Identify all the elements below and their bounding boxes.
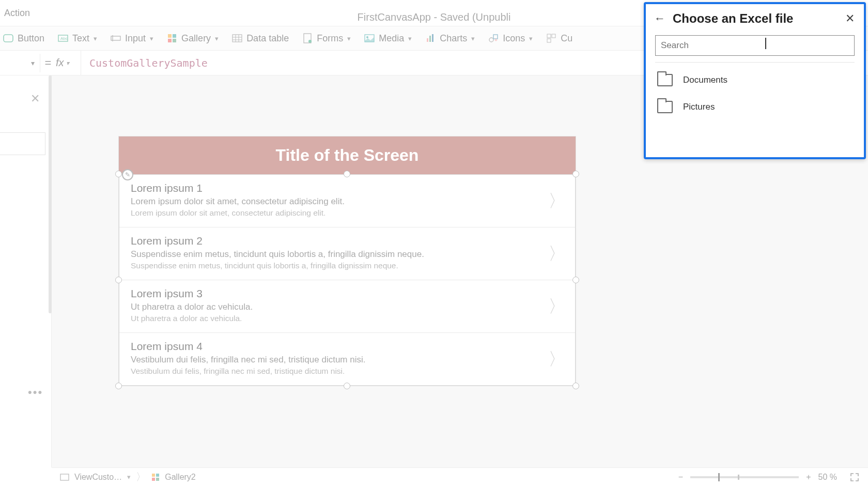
ribbon-media-label: Media xyxy=(379,33,404,44)
zoom-in-button[interactable]: + xyxy=(806,473,811,482)
gallery-item[interactable]: Lorem ipsum 2Suspendisse enim metus, tin… xyxy=(119,227,575,280)
chevron-down-icon[interactable]: ▾ xyxy=(127,473,131,481)
gallery-item-body: Suspendisse enim metus, tincidunt quis l… xyxy=(131,261,564,270)
selection-handle[interactable] xyxy=(344,171,350,177)
svg-rect-18 xyxy=(427,38,428,42)
chevron-down-icon: ▾ xyxy=(471,35,475,42)
gallery-item-body: Vestibulum dui felis, fringilla nec mi s… xyxy=(131,367,564,376)
ribbon-forms-label: Forms xyxy=(317,33,343,44)
breadcrumb-screen[interactable]: ViewCusto… xyxy=(74,473,122,482)
gallery-item-subtitle: Ut pharetra a dolor ac vehicula. xyxy=(131,302,564,312)
menu-action[interactable]: Action xyxy=(4,8,30,19)
search-input[interactable] xyxy=(661,40,849,51)
ribbon-icons[interactable]: + Icons▾ xyxy=(488,33,533,44)
folder-item[interactable]: Documents xyxy=(646,67,864,94)
ribbon-custom[interactable]: Cu xyxy=(546,33,572,44)
custom-icon xyxy=(546,33,556,43)
folder-item[interactable]: Pictures xyxy=(646,94,864,120)
close-icon[interactable]: ✕ xyxy=(845,12,855,25)
svg-point-21 xyxy=(489,38,493,42)
media-icon xyxy=(364,33,375,43)
gallery-item[interactable]: Lorem ipsum 3Ut pharetra a dolor ac vehi… xyxy=(119,280,575,333)
selection-handle[interactable] xyxy=(344,383,350,389)
zoom-slider[interactable] xyxy=(690,476,799,478)
chevron-right-icon[interactable]: 〉 xyxy=(548,295,566,318)
svg-rect-19 xyxy=(429,36,431,42)
ribbon-custom-label: Cu xyxy=(561,33,572,44)
gallery-control[interactable]: Lorem ipsum 1Lorem ipsum dolor sit amet,… xyxy=(119,174,576,386)
zoom-slider-thumb[interactable] xyxy=(718,473,720,481)
gallery-item-subtitle: Vestibulum dui felis, fringilla nec mi s… xyxy=(131,355,564,365)
folder-icon xyxy=(657,101,673,113)
svg-point-17 xyxy=(366,36,368,38)
gallery-item-subtitle: Suspendisse enim metus, tincidunt quis l… xyxy=(131,249,564,260)
chevron-right-icon[interactable]: 〉 xyxy=(548,242,566,266)
app-title: FirstCanvasApp - Saved (Unpubli xyxy=(358,11,511,23)
text-icon: Abc xyxy=(58,33,68,43)
svg-rect-20 xyxy=(432,34,433,42)
button-icon xyxy=(3,33,13,43)
ribbon-button[interactable]: Button xyxy=(3,33,44,44)
close-icon[interactable]: ✕ xyxy=(30,92,40,105)
fit-to-window-icon[interactable] xyxy=(849,472,860,482)
ribbon-gallery[interactable]: Gallery▾ xyxy=(167,33,219,44)
back-icon[interactable]: ← xyxy=(654,12,665,25)
breadcrumb-control[interactable]: Gallery2 xyxy=(165,473,196,482)
svg-rect-30 xyxy=(152,478,155,481)
zoom-out-button[interactable]: − xyxy=(678,473,683,482)
selection-handle[interactable] xyxy=(115,277,122,283)
search-input-wrapper[interactable] xyxy=(655,35,855,56)
gallery-breadcrumb-icon xyxy=(151,473,160,481)
svg-rect-9 xyxy=(233,35,242,42)
selection-handle[interactable] xyxy=(115,171,122,177)
selection-handle[interactable] xyxy=(572,171,579,177)
app-screen: Title of the Screen ✎ Lorem ipsum 1Lorem… xyxy=(119,136,576,386)
ribbon-input[interactable]: Input▾ xyxy=(111,33,153,44)
ribbon-text[interactable]: Abc Text▾ xyxy=(58,33,97,44)
ribbon-forms[interactable]: Forms▾ xyxy=(302,33,351,44)
selection-handle[interactable] xyxy=(572,277,579,283)
ribbon-gallery-label: Gallery xyxy=(181,33,211,44)
gallery-icon xyxy=(167,33,177,43)
selection-handle[interactable] xyxy=(572,383,579,389)
gallery-item[interactable]: Lorem ipsum 1Lorem ipsum dolor sit amet,… xyxy=(119,175,575,227)
status-bar: ViewCusto… ▾ 〉 Gallery2 − + 50 % xyxy=(52,467,868,486)
panel-title: Choose an Excel file xyxy=(673,11,838,26)
ribbon-icons-label: Icons xyxy=(503,33,525,44)
datatable-icon xyxy=(232,33,242,43)
gallery-item-title: Lorem ipsum 3 xyxy=(131,287,564,300)
chevron-right-icon[interactable]: 〉 xyxy=(548,189,566,213)
ribbon-input-label: Input xyxy=(125,33,146,44)
chevron-down-icon: ▾ xyxy=(66,59,69,67)
chevron-right-icon[interactable]: 〉 xyxy=(548,347,566,371)
ribbon-datatable-label: Data table xyxy=(246,33,289,44)
more-icon[interactable]: ••• xyxy=(28,386,43,399)
edit-badge-icon[interactable]: ✎ xyxy=(122,169,133,180)
chevron-down-icon: ▾ xyxy=(529,35,533,42)
ribbon-media[interactable]: Media▾ xyxy=(364,33,412,44)
tree-search-input[interactable] xyxy=(0,132,45,155)
charts-icon xyxy=(425,33,436,43)
selection-handle[interactable] xyxy=(115,383,122,389)
chevron-down-icon: ▾ xyxy=(215,35,219,42)
svg-rect-24 xyxy=(547,34,551,38)
ribbon-charts[interactable]: Charts▾ xyxy=(425,33,475,44)
svg-point-15 xyxy=(308,40,312,43)
svg-rect-7 xyxy=(168,39,172,42)
folder-label: Pictures xyxy=(683,102,715,112)
fx-button[interactable]: fx▾ xyxy=(56,57,81,69)
icons-icon: + xyxy=(488,33,499,43)
ribbon-datatable[interactable]: Data table xyxy=(232,33,289,44)
svg-rect-27 xyxy=(60,474,69,480)
gallery-item[interactable]: Lorem ipsum 4Vestibulum dui felis, fring… xyxy=(119,333,575,385)
gallery-item-title: Lorem ipsum 4 xyxy=(131,340,564,353)
choose-excel-file-panel: ← Choose an Excel file ✕ DocumentsPictur… xyxy=(644,2,866,159)
svg-rect-31 xyxy=(156,478,159,481)
zoom-percent: 50 % xyxy=(818,473,837,482)
svg-rect-6 xyxy=(173,34,176,38)
svg-rect-29 xyxy=(156,474,159,477)
svg-rect-26 xyxy=(547,39,551,42)
folder-label: Documents xyxy=(683,75,727,85)
gallery-item-title: Lorem ipsum 1 xyxy=(131,182,564,194)
property-dropdown[interactable]: ▾ xyxy=(4,54,40,72)
